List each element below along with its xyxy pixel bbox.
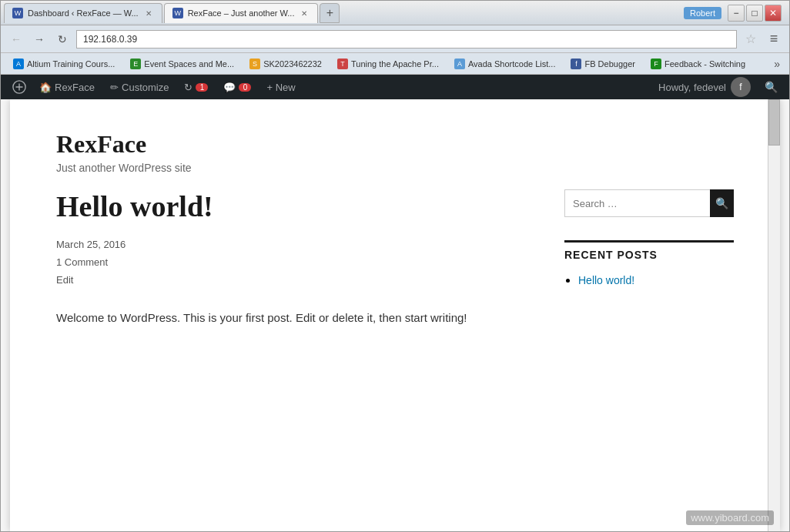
user-badge: Robert: [684, 7, 721, 19]
sidebar-recent-posts-section: RECENT POSTS Hello world!: [564, 240, 734, 287]
content-area: Hello world! March 25, 2016 1 Comment Ed…: [56, 189, 534, 531]
bookmark-tuning[interactable]: T Tuning the Apache Pr...: [331, 57, 445, 71]
wp-comments-badge: 0: [239, 83, 251, 92]
bookmark-label-sk: SK2023462232: [263, 59, 322, 69]
bookmark-favicon-tuning: T: [337, 59, 348, 69]
search-input[interactable]: [564, 189, 710, 217]
site-header: RexFace Just another WordPress site: [10, 99, 780, 189]
recent-posts-list: Hello world!: [564, 273, 734, 287]
tab-strip: W Dashboard ‹ RexFace — W... ✕ W RexFace…: [4, 3, 684, 23]
tab-favicon-2: W: [172, 8, 183, 18]
tab-label-1: Dashboard ‹ RexFace — W...: [28, 8, 139, 18]
wp-page: RexFace Just another WordPress site Hell…: [10, 99, 780, 531]
bookmark-favicon-feedback: F: [651, 59, 661, 69]
tab-favicon-1: W: [12, 8, 23, 18]
wp-updates-icon: ↻: [184, 82, 192, 93]
wp-site-name[interactable]: 🏠 RexFace: [32, 75, 102, 99]
bookmark-avada[interactable]: A Avada Shortcode List...: [448, 57, 562, 71]
bookmark-favicon-sk: S: [249, 59, 260, 69]
wp-howdy[interactable]: Howdy, fedevel f: [651, 75, 758, 99]
post-excerpt: Welcome to WordPress. This is your first…: [56, 309, 534, 327]
bookmark-label-feedback: Feedback - Switching: [664, 59, 745, 69]
scrollbar-thumb[interactable]: [768, 99, 780, 146]
sidebar-search-section: 🔍: [564, 189, 734, 217]
browser-content: RexFace Just another WordPress site Hell…: [1, 99, 789, 531]
page-inner: RexFace Just another WordPress site Hell…: [10, 99, 780, 531]
minimize-button[interactable]: −: [728, 5, 745, 22]
search-icon: 🔍: [715, 197, 728, 209]
main-layout: Hello world! March 25, 2016 1 Comment Ed…: [10, 189, 780, 531]
site-tagline: Just another WordPress site: [56, 162, 734, 174]
wp-search-icon[interactable]: 🔍: [758, 75, 783, 99]
title-bar: W Dashboard ‹ RexFace — W... ✕ W RexFace…: [1, 1, 789, 25]
wp-admin-bar: 🏠 RexFace ✏ Customize ↻ 1 💬 0 + New Howd…: [1, 75, 789, 99]
wp-avatar: f: [731, 77, 751, 97]
wp-comments-icon: 💬: [223, 82, 236, 93]
search-form: 🔍: [564, 189, 734, 217]
address-bar: ← → ↻ 192.168.0.39 ☆ ≡: [1, 25, 789, 53]
bookmarks-more-icon[interactable]: »: [771, 58, 783, 70]
wp-customize[interactable]: ✏ Customize: [102, 75, 176, 99]
browser-menu-icon[interactable]: ≡: [765, 30, 783, 49]
post-edit-link[interactable]: Edit: [56, 274, 534, 286]
scrollbar[interactable]: [768, 99, 780, 531]
wp-customize-label: Customize: [122, 82, 169, 93]
bookmark-star-icon[interactable]: ☆: [741, 30, 760, 49]
recent-post-link[interactable]: Hello world!: [578, 274, 634, 286]
refresh-button[interactable]: ↻: [53, 30, 72, 49]
tab-close-1[interactable]: ✕: [143, 8, 154, 18]
site-title: RexFace: [56, 130, 734, 159]
wp-new-label: + New: [266, 82, 295, 93]
bookmark-favicon-altium: A: [13, 59, 24, 69]
bookmark-favicon-fb: f: [571, 59, 581, 69]
bookmark-label-tuning: Tuning the Apache Pr...: [351, 59, 439, 69]
back-button[interactable]: ←: [7, 30, 25, 49]
wp-admin-right: Howdy, fedevel f 🔍: [651, 75, 783, 99]
browser-window: W Dashboard ‹ RexFace — W... ✕ W RexFace…: [0, 0, 790, 532]
bookmark-label-avada: Avada Shortcode List...: [468, 59, 556, 69]
url-input[interactable]: 192.168.0.39: [76, 30, 737, 49]
bookmark-sk[interactable]: S SK2023462232: [243, 57, 328, 71]
wp-new[interactable]: + New: [259, 75, 303, 99]
bookmark-label-eventspaces: Event Spaces and Me...: [144, 59, 234, 69]
close-button[interactable]: ✕: [765, 5, 782, 22]
bookmarks-bar: A Altium Training Cours... E Event Space…: [1, 53, 789, 75]
new-tab-button[interactable]: +: [320, 3, 340, 23]
bookmark-altium[interactable]: A Altium Training Cours...: [7, 57, 121, 71]
maximize-button[interactable]: □: [746, 5, 763, 22]
bookmark-favicon-eventspaces: E: [130, 59, 141, 69]
wp-comments[interactable]: 💬 0: [216, 75, 259, 99]
bookmark-label-fb: FB Debugger: [584, 59, 634, 69]
wp-howdy-text: Howdy, fedevel: [658, 82, 726, 93]
wp-logo[interactable]: [7, 75, 32, 99]
recent-post-item: Hello world!: [578, 273, 734, 287]
window-controls: Robert − □ ✕: [684, 5, 786, 22]
bookmark-favicon-avada: A: [454, 59, 465, 69]
tab-close-2[interactable]: ✕: [299, 8, 310, 18]
forward-button[interactable]: →: [30, 30, 49, 49]
bookmark-eventspaces[interactable]: E Event Spaces and Me...: [124, 57, 240, 71]
sidebar: 🔍 RECENT POSTS Hello world!: [564, 189, 734, 531]
search-button[interactable]: 🔍: [710, 189, 734, 217]
post-comments[interactable]: 1 Comment: [56, 256, 534, 268]
wp-site-name-label: RexFace: [55, 82, 95, 93]
bookmark-feedback[interactable]: F Feedback - Switching: [644, 57, 752, 71]
bookmark-label-altium: Altium Training Cours...: [27, 59, 115, 69]
wp-updates-badge: 1: [196, 83, 208, 92]
browser-tab-2[interactable]: W RexFace – Just another W... ✕: [164, 3, 319, 23]
browser-tab-1[interactable]: W Dashboard ‹ RexFace — W... ✕: [4, 3, 162, 23]
recent-posts-heading: RECENT POSTS: [564, 240, 734, 261]
wp-updates[interactable]: ↻ 1: [176, 75, 216, 99]
bookmark-fb[interactable]: f FB Debugger: [564, 57, 641, 71]
wp-customize-icon: ✏: [110, 82, 119, 93]
post-title: Hello world!: [56, 189, 534, 223]
wp-home-icon: 🏠: [39, 82, 52, 93]
tab-label-2: RexFace – Just another W...: [188, 8, 295, 18]
post-date: March 25, 2016: [56, 239, 534, 250]
